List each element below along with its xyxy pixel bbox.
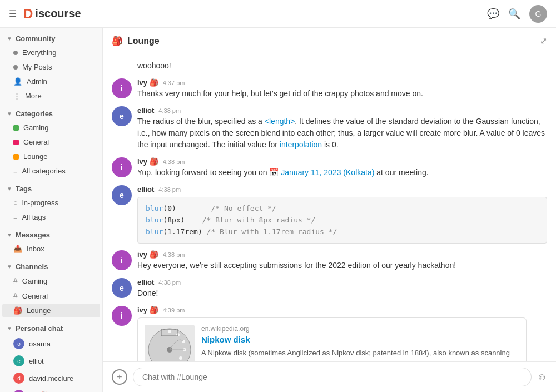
- sidebar-item-david[interactable]: d david.mcclure: [2, 370, 100, 386]
- chevron-down-icon: ▼: [7, 186, 12, 192]
- personal-chat-label: Personal chat: [16, 324, 63, 333]
- code-line: blur(8px) /* Blur with 8px radius */: [146, 215, 539, 226]
- hash-icon: #: [13, 276, 18, 285]
- sidebar-section-categories: ▼ Categories Gaming General Lounge ≡ All…: [0, 105, 102, 178]
- sidebar-item-gaming[interactable]: Gaming: [2, 121, 100, 135]
- chat-messages: woohooo! i ivy 🎒 4:37 pm Thanks very muc…: [103, 54, 556, 361]
- msg-header: ivy 🎒 4:39 pm: [137, 306, 547, 314]
- msg-header: ivy 🎒 4:38 pm: [137, 250, 547, 259]
- sidebar-item-elliot[interactable]: e elliot: [2, 353, 100, 369]
- osama-label: osama: [29, 340, 51, 348]
- sidebar-item-all-tags[interactable]: ≡ All tags: [2, 210, 100, 224]
- nipkow-disk-svg: [145, 325, 195, 361]
- gaming-color: [13, 125, 19, 131]
- message-row: woohooo!: [112, 59, 547, 73]
- msg-avatar: i: [112, 157, 132, 177]
- message-row: e elliot 4:38 pm blur(0) /* No effect */…: [112, 184, 547, 245]
- channels-label: Channels: [16, 262, 48, 271]
- link-preview-card: en.wikipedia.org Nipkow disk A Nipkow di…: [137, 317, 527, 361]
- sidebar-item-ch-gaming[interactable]: # Gaming: [2, 274, 100, 288]
- admin-label: Admin: [27, 77, 47, 86]
- chevron-down-icon: ▼: [7, 264, 12, 270]
- community-label: Community: [16, 34, 56, 43]
- msg-username: ivy 🎒: [137, 157, 158, 166]
- msg-username: ivy 🎒: [137, 250, 158, 259]
- everything-dot: [13, 51, 18, 55]
- sidebar-item-general[interactable]: General: [2, 135, 100, 149]
- msg-text: Thanks very much for your help, but let'…: [137, 88, 547, 100]
- interpolation-link[interactable]: interpolation: [280, 140, 322, 149]
- add-attachment-button[interactable]: +: [112, 369, 127, 385]
- msg-content: ivy 🎒 4:39 pm: [137, 306, 547, 361]
- sidebar-item-inbox[interactable]: 📥 Inbox: [2, 242, 100, 256]
- msg-content: elliot 4:38 pm The radius of the blur, s…: [137, 106, 547, 151]
- sidebar-item-all-categories[interactable]: ≡ All categories: [2, 164, 100, 178]
- sidebar-item-more[interactable]: ⋮ More: [2, 89, 100, 103]
- lounge-channel-icon: 🎒: [13, 306, 22, 315]
- sidebar-section-tags-header[interactable]: ▼ Tags: [0, 180, 102, 195]
- code-block: blur(0) /* No effect */ blur(8px) /* Blu…: [137, 197, 547, 244]
- hamburger-icon[interactable]: ☰: [9, 8, 17, 19]
- ch-gaming-label: Gaming: [22, 277, 48, 285]
- sidebar-section-channels-header[interactable]: ▼ Channels: [0, 258, 102, 273]
- general-label: General: [23, 138, 49, 146]
- sidebar-item-lounge-cat[interactable]: Lounge: [2, 150, 100, 163]
- sidebar-item-ivy[interactable]: i ivy 🎒: [2, 387, 100, 392]
- sidebar-item-my-posts[interactable]: My Posts: [2, 60, 100, 74]
- sidebar-item-in-progress[interactable]: ○ in-progress: [2, 196, 100, 210]
- date-link[interactable]: January 11, 2023 (Kolkata): [281, 168, 374, 177]
- message-row: i ivy 🎒 4:38 pm Hey everyone, we're stil…: [112, 249, 547, 272]
- ch-general-label: General: [22, 292, 48, 300]
- msg-avatar: i: [112, 250, 132, 270]
- all-categories-icon: ≡: [13, 167, 18, 175]
- msg-text: woohooo!: [137, 61, 171, 70]
- sidebar-section-channels: ▼ Channels # Gaming # General 🎒 Lounge: [0, 258, 102, 317]
- msg-header: elliot 4:38 pm: [137, 106, 547, 115]
- expand-icon[interactable]: ⤢: [540, 36, 547, 46]
- length-link[interactable]: <length>: [265, 117, 295, 126]
- admin-icon: 👤: [13, 77, 22, 86]
- msg-header: ivy 🎒 4:37 pm: [137, 78, 547, 87]
- emoji-icon[interactable]: ☺: [537, 371, 547, 383]
- sidebar-section-categories-header[interactable]: ▼ Categories: [0, 105, 102, 120]
- msg-avatar: e: [112, 278, 132, 298]
- tag-icon: ○: [13, 199, 18, 207]
- sidebar-section-personal-chat-header[interactable]: ▼ Personal chat: [0, 320, 102, 335]
- chat-input[interactable]: [133, 368, 532, 386]
- elliot-avatar: e: [13, 355, 24, 366]
- sidebar-item-admin[interactable]: 👤 Admin: [2, 75, 100, 88]
- svg-point-7: [179, 356, 182, 360]
- ivy-avatar: i: [13, 390, 24, 392]
- link-preview-domain: en.wikipedia.org: [201, 325, 519, 333]
- chevron-down-icon: ▼: [7, 232, 12, 238]
- user-avatar[interactable]: G: [529, 5, 547, 23]
- ch-lounge-label: Lounge: [27, 306, 51, 315]
- message-row: i ivy 🎒 4:37 pm Thanks very much for you…: [112, 77, 547, 101]
- inbox-icon: 📥: [13, 245, 22, 253]
- search-icon[interactable]: 🔍: [508, 8, 520, 20]
- sidebar: ▼ Community Everything My Posts 👤 Admin …: [0, 28, 103, 392]
- sidebar-item-ch-lounge[interactable]: 🎒 Lounge: [2, 304, 100, 317]
- top-header: ☰ Discourse 💬 🔍 G: [0, 0, 556, 28]
- chat-header-icon[interactable]: 💬: [487, 8, 499, 20]
- msg-content: elliot 4:38 pm Done!: [137, 278, 547, 299]
- msg-username: elliot: [137, 106, 154, 115]
- sidebar-section-personal-chat: ▼ Personal chat o osama e elliot d david…: [0, 320, 102, 392]
- sidebar-section-community-header[interactable]: ▼ Community: [0, 30, 102, 45]
- more-label: More: [25, 92, 42, 100]
- david-label: david.mcclure: [29, 374, 73, 383]
- msg-avatar: i: [112, 78, 132, 98]
- link-preview-content: en.wikipedia.org Nipkow disk A Nipkow di…: [201, 325, 519, 361]
- sidebar-item-everything[interactable]: Everything: [2, 46, 100, 59]
- sidebar-item-osama[interactable]: o osama: [2, 335, 100, 352]
- hash-icon: #: [13, 291, 18, 300]
- msg-time: 4:38 pm: [158, 107, 181, 114]
- sidebar-section-messages-header[interactable]: ▼ Messages: [0, 226, 102, 241]
- messages-label: Messages: [16, 231, 50, 239]
- osama-avatar: o: [13, 338, 24, 349]
- sidebar-item-ch-general[interactable]: # General: [2, 289, 100, 303]
- msg-time: 4:38 pm: [158, 279, 181, 286]
- all-tags-label: All tags: [22, 213, 46, 221]
- link-preview-title[interactable]: Nipkow disk: [201, 335, 519, 344]
- sidebar-section-community: ▼ Community Everything My Posts 👤 Admin …: [0, 30, 102, 103]
